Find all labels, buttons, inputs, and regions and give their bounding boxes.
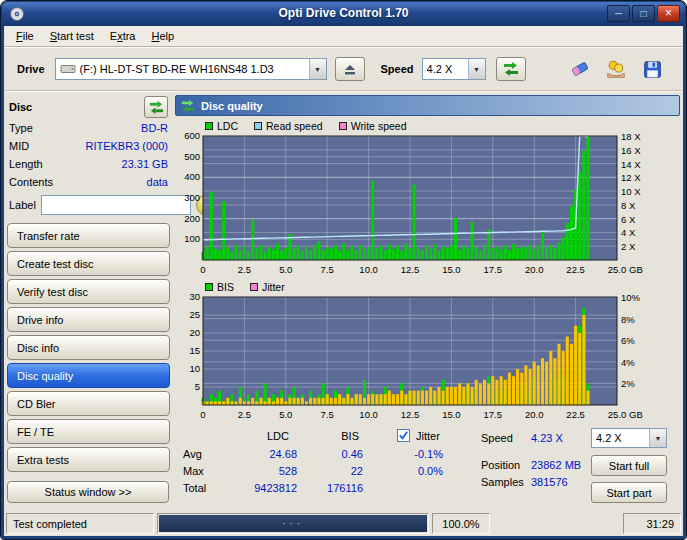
legend-label: Jitter bbox=[262, 281, 285, 293]
refresh-button[interactable] bbox=[496, 57, 526, 81]
test-speed-select-value: 4.2 X bbox=[596, 432, 622, 444]
close-button[interactable]: × bbox=[657, 5, 680, 22]
progress-bar: ··· bbox=[157, 513, 429, 534]
max-bis-value: 22 bbox=[307, 465, 363, 477]
sidebar-item-disc-quality[interactable]: Disc quality bbox=[7, 363, 170, 388]
label-input[interactable] bbox=[41, 195, 191, 215]
bis-column-header: BIS bbox=[307, 430, 359, 442]
speed-label: Speed bbox=[381, 63, 414, 75]
eraser-icon bbox=[569, 58, 591, 80]
sidebar-item-verify-test-disc[interactable]: Verify test disc bbox=[7, 279, 170, 304]
sidebar-item-cd-bler[interactable]: CD Bler bbox=[7, 391, 170, 416]
hand-coins-icon bbox=[605, 58, 627, 80]
checkmark-icon bbox=[398, 430, 409, 441]
chevron-down-icon[interactable]: ▼ bbox=[309, 59, 326, 79]
avg-bis-value: 0.46 bbox=[307, 448, 363, 460]
svg-text:20.0: 20.0 bbox=[525, 264, 544, 275]
svg-text:22.5: 22.5 bbox=[566, 264, 585, 275]
disc-refresh-button[interactable] bbox=[144, 96, 168, 118]
menu-start-test[interactable]: Start test bbox=[42, 27, 102, 45]
sidebar-item-extra-tests[interactable]: Extra tests bbox=[7, 447, 170, 472]
svg-text:0: 0 bbox=[200, 264, 205, 275]
max-row-label: Max bbox=[183, 465, 204, 477]
drive-select-value: (F:) HL-DT-ST BD-RE WH16NS48 1.D3 bbox=[80, 63, 274, 75]
svg-text:6%: 6% bbox=[621, 335, 635, 346]
ldc-column-header: LDC bbox=[215, 430, 289, 442]
svg-text:7.5: 7.5 bbox=[321, 409, 334, 420]
test-speed-select[interactable]: 4.2 X ▼ bbox=[591, 428, 667, 448]
disc-header: Disc bbox=[7, 95, 170, 119]
menu-file[interactable]: File bbox=[8, 27, 42, 45]
svg-text:500: 500 bbox=[184, 151, 200, 162]
sidebar-item-disc-info[interactable]: Disc info bbox=[7, 335, 170, 360]
start-part-button[interactable]: Start part bbox=[591, 482, 667, 503]
sidebar-item-fe-te[interactable]: FE / TE bbox=[7, 419, 170, 444]
svg-text:400: 400 bbox=[184, 171, 200, 182]
info-label: Length bbox=[9, 158, 43, 170]
bottom-chart: 3025201510510%8%6%4%2%02.55.07.510.012.5… bbox=[177, 294, 680, 422]
legend-label: Write speed bbox=[351, 120, 407, 132]
svg-text:25: 25 bbox=[189, 309, 200, 320]
erase-disc-button[interactable] bbox=[566, 56, 594, 82]
svg-text:20: 20 bbox=[189, 327, 200, 338]
section-header: Disc quality bbox=[175, 95, 680, 116]
svg-text:14 X: 14 X bbox=[621, 159, 641, 170]
svg-text:15.0: 15.0 bbox=[442, 409, 461, 420]
sidebar-item-drive-info[interactable]: Drive info bbox=[7, 307, 170, 332]
save-button[interactable] bbox=[638, 56, 666, 82]
legend-label: LDC bbox=[217, 120, 238, 132]
svg-text:5.0: 5.0 bbox=[279, 264, 292, 275]
title-bar[interactable]: Opti Drive Control 1.70 ─ □ × bbox=[2, 2, 685, 26]
sidebar-item-create-test-disc[interactable]: Create test disc bbox=[7, 251, 170, 276]
status-window-button[interactable]: Status window >> bbox=[7, 481, 169, 503]
jitter-checkbox[interactable] bbox=[397, 429, 410, 442]
chevron-down-icon[interactable]: ▼ bbox=[468, 59, 485, 79]
start-full-button[interactable]: Start full bbox=[591, 455, 667, 476]
toolbar: Drive (F:) HL-DT-ST BD-RE WH16NS48 1.D3 … bbox=[5, 48, 682, 91]
sidebar: Disc Type BD-R MID RITEKBR3 (000) Length… bbox=[7, 95, 170, 511]
total-ldc-value: 9423812 bbox=[215, 482, 297, 494]
svg-text:15.0: 15.0 bbox=[442, 264, 461, 275]
maximize-button[interactable]: □ bbox=[632, 5, 655, 22]
jitter-legend-swatch bbox=[250, 283, 258, 291]
svg-text:10: 10 bbox=[189, 363, 200, 374]
info-row-mid: MID RITEKBR3 (000) bbox=[7, 137, 170, 155]
write-speed-legend-swatch bbox=[339, 122, 347, 130]
eject-button[interactable] bbox=[335, 57, 365, 81]
refresh-arrows-icon bbox=[149, 100, 164, 115]
window-title: Opti Drive Control 1.70 bbox=[2, 6, 685, 20]
svg-text:10%: 10% bbox=[621, 294, 641, 303]
sidebar-item-transfer-rate[interactable]: Transfer rate bbox=[7, 223, 170, 248]
disc-header-title: Disc bbox=[9, 101, 32, 113]
menu-extra[interactable]: Extra bbox=[102, 27, 144, 45]
chevron-down-icon[interactable]: ▼ bbox=[649, 429, 666, 447]
svg-text:10.0: 10.0 bbox=[359, 264, 378, 275]
avg-ldc-value: 24.68 bbox=[215, 448, 297, 460]
svg-text:0: 0 bbox=[200, 409, 205, 420]
read-speed-legend-swatch bbox=[254, 122, 262, 130]
license-button[interactable] bbox=[602, 56, 630, 82]
svg-text:5: 5 bbox=[195, 381, 200, 392]
jitter-checkbox-label: Jitter bbox=[416, 430, 440, 442]
svg-text:22.5: 22.5 bbox=[566, 409, 585, 420]
svg-text:15: 15 bbox=[189, 345, 200, 356]
floppy-disk-icon bbox=[642, 59, 663, 80]
position-stat-value: 23862 MB bbox=[531, 459, 581, 471]
svg-text:17.5: 17.5 bbox=[484, 264, 503, 275]
drive-label: Drive bbox=[17, 63, 45, 75]
eject-icon bbox=[343, 63, 357, 76]
statusbar-spacer bbox=[493, 513, 620, 534]
svg-text:2.5: 2.5 bbox=[238, 264, 251, 275]
speed-select[interactable]: 4.2 X ▼ bbox=[422, 58, 486, 80]
label-field-caption: Label bbox=[9, 199, 36, 211]
sidebar-nav: Transfer rate Create test disc Verify te… bbox=[7, 223, 170, 472]
position-stat-label: Position bbox=[481, 459, 520, 471]
svg-text:2 X: 2 X bbox=[621, 241, 636, 252]
bottom-chart-legend: BIS Jitter bbox=[205, 279, 680, 294]
refresh-arrows-icon bbox=[181, 99, 195, 113]
main-panel: Disc quality LDC Read speed Write speed … bbox=[175, 95, 680, 510]
minimize-button[interactable]: ─ bbox=[607, 5, 630, 22]
drive-select[interactable]: (F:) HL-DT-ST BD-RE WH16NS48 1.D3 ▼ bbox=[55, 58, 327, 80]
menu-help[interactable]: Help bbox=[143, 27, 182, 45]
svg-text:6 X: 6 X bbox=[621, 214, 636, 225]
